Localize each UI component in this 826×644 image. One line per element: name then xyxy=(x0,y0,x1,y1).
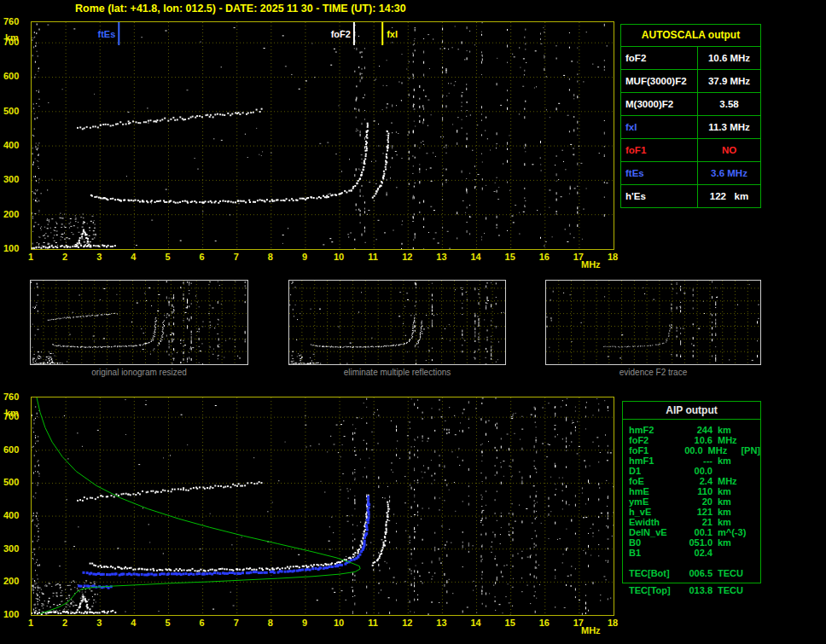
main-x-tick-label: 14 xyxy=(470,252,482,262)
main-y-tick-label: 200 xyxy=(3,209,19,219)
bottom-x-tick-label: 18 xyxy=(607,618,619,628)
aip-row: D100.0 xyxy=(629,466,760,476)
aip-param-name: foF1 xyxy=(629,445,672,455)
main-y-tick-label: 500 xyxy=(3,106,19,116)
main-x-tick-label: 6 xyxy=(196,252,208,262)
aip-param-name: TEC[Bot] xyxy=(629,568,678,578)
autoscala-row: MUF(3000)F237.9 MHz xyxy=(621,69,760,92)
aip-param-unit: km xyxy=(718,425,755,435)
aip-param-value: 110 xyxy=(678,486,718,496)
thumbnail-multiple-reflections-removed xyxy=(288,280,506,365)
autoscala-param-value: 3.58 xyxy=(698,93,760,115)
main-y-tick-label: 760 xyxy=(3,16,19,26)
aip-row: hmE110km xyxy=(629,486,760,496)
bottom-x-tick-label: 11 xyxy=(367,618,379,628)
bottom-y-tick-label: 200 xyxy=(3,576,19,586)
autoscala-table-header: AUTOSCALA output xyxy=(621,25,760,46)
bottom-x-tick-label: 14 xyxy=(470,618,482,628)
main-x-tick-label: 2 xyxy=(59,252,71,262)
autoscala-row: foF210.6 MHz xyxy=(621,46,760,69)
aip-param-name: TEC[Top] xyxy=(629,585,678,595)
main-y-tick-label: 300 xyxy=(3,174,19,184)
aip-row: DelN_vE00.1m^(-3) xyxy=(629,527,760,537)
aip-row: hmF1---km xyxy=(629,455,760,466)
bottom-x-tick-label: 1 xyxy=(25,618,37,628)
thumbnail-caption-reflections: eliminate multiple reflections xyxy=(288,368,506,377)
aip-param-unit: TECU xyxy=(718,568,755,578)
aip-row: hmF2244km xyxy=(629,425,760,435)
autoscala-param-label: M(3000)F2 xyxy=(621,93,698,115)
autoscala-param-value: 11.3 MHz xyxy=(698,116,760,138)
aip-param-value: 00.0 xyxy=(678,466,718,476)
main-x-tick-label: 11 xyxy=(367,252,379,262)
aip-row: B0051.0km xyxy=(629,537,760,548)
main-x-tick-label: 3 xyxy=(93,252,105,262)
aip-param-unit: TECU xyxy=(718,585,755,595)
autoscala-row: h'Es122 km xyxy=(621,184,760,207)
aip-param-name: hmE xyxy=(629,486,678,496)
marker-label-foF2: foF2 xyxy=(331,29,351,39)
aip-row: ymE20km xyxy=(629,496,760,507)
marker-label-ftEs: ftEs xyxy=(98,29,116,39)
bottom-x-tick-label: 4 xyxy=(127,618,139,628)
aip-row: foF210.6MHz xyxy=(629,435,760,445)
aip-param-name: h_vE xyxy=(629,507,678,517)
marker-label-fxI: fxI xyxy=(387,29,398,39)
thumbnail-caption-f2trace: evidence F2 trace xyxy=(545,368,761,377)
aip-param-unit: km xyxy=(718,455,755,466)
aip-row: Ewidth21km xyxy=(629,517,760,527)
aip-row: foE2.4MHz xyxy=(629,476,760,486)
main-x-tick-label: 5 xyxy=(161,252,173,262)
bottom-y-tick-label: 500 xyxy=(3,477,19,487)
autoscala-param-label: ftEs xyxy=(621,162,698,184)
tec-top-row: TEC[Top]013.8TECU xyxy=(629,585,755,595)
bottom-x-tick-label: 15 xyxy=(504,618,516,628)
bottom-x-tick-label: 8 xyxy=(265,618,276,628)
aip-param-unit xyxy=(718,466,755,476)
aip-param-value: 2.4 xyxy=(678,476,718,486)
autoscala-param-value: 10.6 MHz xyxy=(698,47,760,69)
main-y-tick-label: 400 xyxy=(3,140,19,150)
main-x-tick-label: 13 xyxy=(435,252,447,262)
autoscala-param-label: foF1 xyxy=(621,139,698,161)
aip-param-value: 02.4 xyxy=(678,548,718,558)
aip-param-name: DelN_vE xyxy=(629,527,678,537)
thumbnail-original-ionogram xyxy=(30,280,248,365)
bottom-y-tick-label: 400 xyxy=(3,510,19,520)
aip-param-unit: MHz xyxy=(708,445,742,455)
bottom-y-tick-label: 760 xyxy=(3,392,19,402)
tec-bottom-row: TEC[Bot]006.5TECU xyxy=(629,568,760,578)
bottom-y-tick-label: 300 xyxy=(3,543,19,554)
main-x-axis-unit: MHz xyxy=(581,259,601,270)
aip-param-name: hmF2 xyxy=(629,425,678,435)
bottom-x-tick-label: 2 xyxy=(59,618,71,628)
thumbnail-f2-trace-evidence xyxy=(545,280,761,365)
aip-param-name: B1 xyxy=(629,548,678,558)
aip-param-unit: km xyxy=(718,517,755,527)
bottom-x-tick-label: 13 xyxy=(435,618,447,628)
autoscala-param-label: MUF(3000)F2 xyxy=(621,70,698,92)
thumbnail-caption-original: original ionogram resized xyxy=(30,368,248,377)
bottom-y-tick-label: 100 xyxy=(3,609,19,619)
main-x-tick-label: 7 xyxy=(230,252,242,262)
aip-param-name: D1 xyxy=(629,466,678,476)
main-ionogram-plot: ftEsfoF2fxI xyxy=(31,21,614,250)
autoscala-param-value: 122 km xyxy=(698,185,760,207)
autoscala-param-value: 3.6 MHz xyxy=(698,162,760,184)
aip-param-unit: m^(-3) xyxy=(718,527,755,537)
bottom-x-tick-label: 5 xyxy=(161,618,173,628)
main-x-tick-label: 15 xyxy=(504,252,516,262)
bottom-x-axis-unit: MHz xyxy=(581,625,601,635)
aip-param-unit: MHz xyxy=(718,476,755,486)
aip-table-rows: hmF2244kmfoF210.6MHzfoF100.0MHz[PN]hmF1-… xyxy=(623,420,760,558)
aip-output-table: AIP output hmF2244kmfoF210.6MHzfoF100.0M… xyxy=(622,401,761,583)
bottom-x-tick-label: 7 xyxy=(230,618,242,628)
aip-param-value: --- xyxy=(678,455,718,466)
bottom-x-tick-label: 3 xyxy=(93,618,105,628)
main-y-tick-label: 600 xyxy=(3,71,19,81)
main-y-axis-unit: km xyxy=(5,32,19,43)
autoscala-row: fxI11.3 MHz xyxy=(621,115,760,138)
autoscala-row: ftEs3.6 MHz xyxy=(621,161,760,184)
bottom-y-axis-unit: km xyxy=(5,408,19,418)
aip-param-unit: MHz xyxy=(718,435,755,445)
